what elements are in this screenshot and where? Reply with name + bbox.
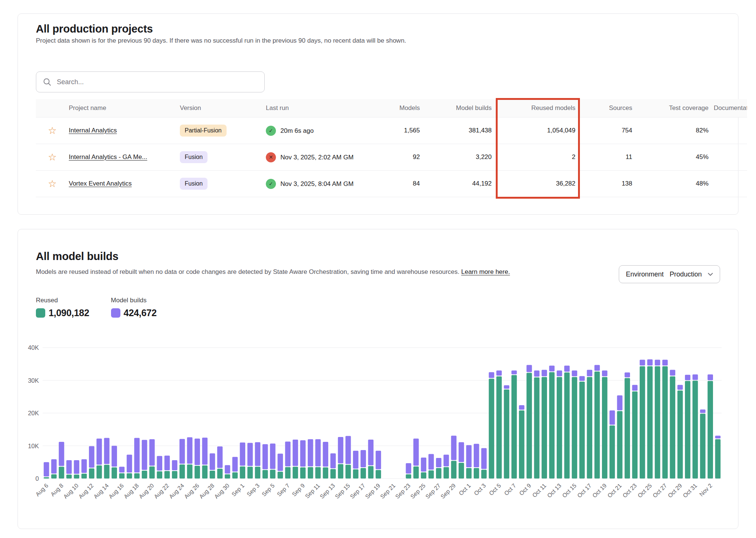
model-builds-stacked-bar-chart: 010K20K30K40KAug 6Aug 8Aug 10Aug 12Aug 1…	[18, 335, 739, 522]
svg-text:Sep 3: Sep 3	[246, 482, 261, 498]
favorite-star-icon[interactable]: ☆	[48, 126, 56, 135]
builds-subtitle-text: Models are reused instead of rebuilt whe…	[36, 268, 460, 275]
legend-reused-value: 1,090,182	[49, 308, 89, 318]
svg-text:10K: 10K	[28, 443, 39, 449]
documentation-cell	[714, 171, 747, 197]
svg-text:Sep 17: Sep 17	[349, 482, 366, 500]
svg-text:Aug 26: Aug 26	[183, 482, 200, 500]
svg-text:Oct 7: Oct 7	[503, 482, 517, 496]
column-header-model-builds: Model builds	[425, 99, 497, 117]
svg-text:20K: 20K	[28, 410, 39, 416]
svg-text:Sep 7: Sep 7	[276, 482, 291, 498]
svg-text:Sep 21: Sep 21	[379, 482, 397, 500]
version-badge: Fusion	[180, 178, 208, 190]
chevron-down-icon	[708, 273, 713, 276]
table-row: ☆Vortex Event AnalyticsFusion✓Nov 3, 202…	[36, 171, 747, 197]
column-header-reused-models: Reused models	[497, 99, 581, 117]
model-builds-cell: 3,220	[425, 144, 497, 171]
svg-text:Aug 22: Aug 22	[153, 482, 170, 500]
run-error-icon: ✕	[266, 152, 276, 162]
svg-text:Oct 17: Oct 17	[576, 482, 593, 499]
documentation-cell	[714, 117, 747, 144]
legend-builds-label: Model builds	[111, 297, 157, 304]
test-coverage-cell: 45%	[637, 144, 714, 171]
svg-text:Aug 12: Aug 12	[77, 482, 95, 500]
projects-table-header: Project nameVersionLast runModelsModel b…	[36, 99, 747, 117]
svg-text:Aug 18: Aug 18	[123, 482, 140, 500]
version-badge: Fusion	[180, 151, 208, 163]
run-success-icon: ✓	[266, 126, 276, 136]
chart-legend: Reused 1,090,182 Model builds 424,672	[36, 297, 157, 318]
reused-models-cell: 36,282	[497, 171, 581, 197]
svg-text:Oct 13: Oct 13	[546, 482, 562, 499]
run-success-icon: ✓	[266, 179, 276, 189]
svg-text:Oct 19: Oct 19	[591, 482, 608, 499]
svg-text:Sep 1: Sep 1	[230, 482, 246, 498]
version-badge: Partial-Fusion	[180, 125, 227, 137]
projects-table: Project nameVersionLast runModelsModel b…	[36, 99, 721, 197]
learn-more-link[interactable]: Learn more here.	[461, 268, 510, 275]
svg-text:Sep 27: Sep 27	[424, 482, 442, 500]
production-projects-card: All production projects Project data sho…	[18, 13, 738, 215]
svg-text:Aug 20: Aug 20	[138, 482, 155, 500]
reused-models-cell: 1,054,049	[497, 117, 581, 144]
svg-text:Aug 10: Aug 10	[62, 482, 80, 500]
svg-text:30K: 30K	[28, 377, 39, 384]
column-header-version: Version	[180, 99, 266, 117]
legend-reused-label: Reused	[36, 297, 89, 304]
last-run-text: Nov 3, 2025, 8:04 AM GM	[280, 180, 354, 187]
svg-text:Oct 11: Oct 11	[531, 482, 547, 498]
svg-text:Aug 24: Aug 24	[168, 482, 185, 500]
environment-dropdown[interactable]: Environment Production	[619, 265, 720, 283]
svg-text:Sep 13: Sep 13	[319, 482, 336, 500]
table-row: ☆Internal Analytics - GA Me...Fusion✕Nov…	[36, 144, 747, 171]
svg-text:Sep 15: Sep 15	[334, 482, 351, 500]
search-icon	[43, 78, 51, 86]
svg-text:Aug 16: Aug 16	[107, 482, 125, 500]
column-header-documentation: Documentation	[714, 99, 747, 117]
builds-subtitle: Models are reused instead of rebuilt whe…	[36, 268, 510, 276]
models-cell: 92	[367, 144, 425, 171]
legend-builds-value: 424,672	[124, 308, 157, 318]
svg-text:Oct 15: Oct 15	[561, 482, 577, 499]
svg-text:Sep 23: Sep 23	[394, 482, 412, 500]
sources-cell: 754	[581, 117, 637, 144]
svg-text:40K: 40K	[28, 344, 39, 351]
project-name-link[interactable]: Internal Analytics - GA Me...	[69, 153, 147, 161]
reused-swatch	[36, 308, 45, 318]
svg-text:Oct 25: Oct 25	[636, 482, 653, 499]
environment-value: Production	[670, 270, 702, 278]
column-header-star	[36, 99, 69, 117]
last-run-text: Nov 3, 2025, 2:02 AM GM	[280, 153, 354, 161]
svg-text:Oct 1: Oct 1	[458, 482, 472, 496]
builds-title: All model builds	[36, 250, 119, 263]
column-header-sources: Sources	[581, 99, 637, 117]
project-name-link[interactable]: Vortex Event Analytics	[69, 180, 132, 187]
favorite-star-icon[interactable]: ☆	[48, 152, 56, 162]
project-name-link[interactable]: Internal Analytics	[69, 127, 117, 134]
column-header-project-name: Project name	[69, 99, 180, 117]
search-input[interactable]	[56, 78, 258, 86]
svg-text:Oct 23: Oct 23	[621, 482, 638, 499]
column-header-last-run: Last run	[266, 99, 367, 117]
projects-subtitle: Project data shown is for the previous 9…	[36, 37, 406, 45]
svg-text:Aug 14: Aug 14	[92, 482, 110, 500]
column-header-models: Models	[367, 99, 425, 117]
model-builds-cell: 381,438	[425, 117, 497, 144]
model-builds-card: All model builds Models are reused inste…	[18, 229, 738, 529]
svg-text:Aug 6: Aug 6	[34, 482, 50, 498]
svg-text:0: 0	[36, 475, 39, 482]
documentation-cell	[714, 144, 747, 171]
favorite-star-icon[interactable]: ☆	[48, 179, 56, 189]
environment-label: Environment	[626, 270, 664, 278]
svg-text:Oct 9: Oct 9	[518, 482, 532, 496]
legend-item-model-builds: Model builds 424,672	[111, 297, 157, 318]
svg-text:Aug 28: Aug 28	[198, 482, 215, 500]
svg-text:Oct 3: Oct 3	[473, 482, 487, 496]
svg-text:Nov 2: Nov 2	[698, 482, 713, 498]
svg-text:Aug 30: Aug 30	[213, 482, 231, 500]
svg-text:Sep 29: Sep 29	[439, 482, 457, 500]
models-cell: 84	[367, 171, 425, 197]
search-box[interactable]	[36, 71, 265, 92]
last-run-text: 20m 6s ago	[280, 127, 314, 134]
